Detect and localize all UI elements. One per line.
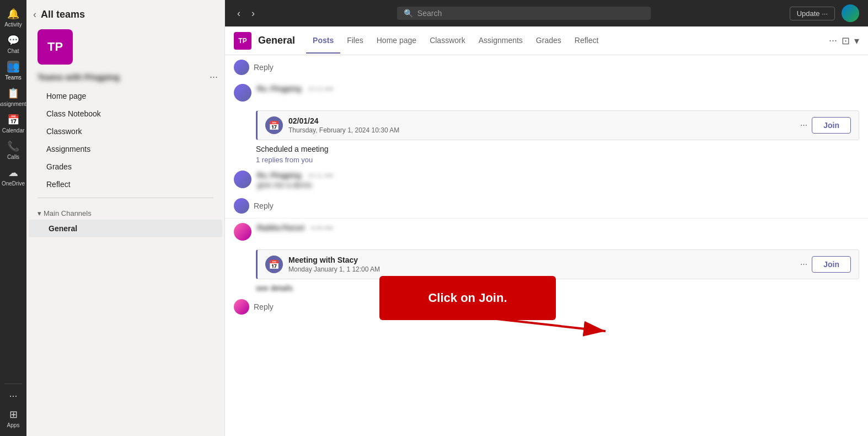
sidebar-item-apps[interactable]: ⊞ Apps — [0, 405, 26, 432]
msg-body-2: give me a demo — [257, 180, 859, 189]
sidebar-item-chat[interactable]: 💬 Chat — [0, 31, 26, 57]
scheduled-text: Scheduled a meeting — [256, 145, 859, 153]
channel-name: General — [258, 35, 295, 46]
teams-icon: 👥 — [7, 61, 19, 73]
nav-reflect[interactable]: Reflect — [26, 176, 224, 193]
channel-more-button[interactable]: ··· — [829, 35, 837, 46]
replies-link-1[interactable]: 1 replies from you — [256, 156, 859, 164]
tab-posts[interactable]: Posts — [306, 28, 340, 54]
reply-avatar-2 — [234, 198, 249, 214]
join-button-1[interactable]: Join — [812, 117, 851, 134]
reply-row-1: Reply — [225, 55, 868, 79]
avatar[interactable] — [842, 4, 859, 22]
meeting-full-date: Thursday, February 1, 2024 10:30 AM — [288, 126, 795, 134]
apps-icon: ⊞ — [7, 408, 19, 421]
sidebar-divider — [37, 198, 213, 198]
message-row-2: Ru. Pingping 10:11 AM give me a demo — [225, 166, 868, 194]
meeting-card-2: 📅 Meeting with Stacy Monday January 1, 1… — [256, 249, 859, 279]
forward-button[interactable]: › — [248, 6, 258, 22]
more-button[interactable]: ··· — [0, 386, 26, 405]
meeting-actions-2: ··· Join — [800, 256, 851, 273]
icon-bar-bottom: ··· ⊞ Apps — [0, 381, 26, 436]
chat-icon: 💬 — [7, 34, 19, 46]
sidebar-item-activity[interactable]: 🔔 Activity — [0, 4, 26, 31]
msg-time-2: 10:11 AM — [308, 172, 333, 179]
team-name-row: Teams with Pingping ··· — [26, 69, 224, 87]
view-toggle-button[interactable]: ⊡ — [842, 35, 850, 47]
reply-button-2[interactable]: Reply — [254, 201, 274, 210]
meeting-actions-1: ··· Join — [800, 117, 851, 134]
sidebar: ‹ All teams TP Teams with Pingping ··· H… — [26, 0, 225, 436]
posts-area: Reply Ru. Pingping 10:12 AM 📅 02/01/24 T… — [225, 55, 868, 436]
channel-general[interactable]: General — [29, 220, 222, 237]
reply-button-3[interactable]: Reply — [254, 302, 274, 311]
search-box[interactable]: 🔍 — [397, 7, 651, 20]
nav-grades[interactable]: Grades — [26, 158, 224, 176]
meeting-more-button-1[interactable]: ··· — [800, 120, 807, 130]
sidebar-item-assignments[interactable]: 📋 Assignments — [0, 84, 26, 110]
search-input[interactable] — [417, 9, 644, 18]
msg-author-3: Radika Paruvi — [257, 224, 304, 232]
message-row-1: Ru. Pingping 10:12 AM — [225, 79, 868, 106]
nav-classwork[interactable]: Classwork — [26, 123, 224, 140]
onedrive-icon: ☁ — [7, 167, 19, 179]
top-bar: ‹ › 🔍 Update ··· — [225, 0, 868, 26]
nav-assignments[interactable]: Assignments — [26, 140, 224, 158]
main-area: ‹ › 🔍 Update ··· TP General Posts Files … — [225, 0, 868, 436]
nav-class-notebook[interactable]: Class Notebook — [26, 105, 224, 123]
reply-button-1[interactable]: Reply — [254, 63, 274, 72]
meeting-info-1: 02/01/24 Thursday, February 1, 2024 10:3… — [288, 116, 795, 134]
tab-reflect[interactable]: Reflect — [568, 28, 606, 54]
msg-content-3: Radika Paruvi 6:09 AM — [257, 223, 859, 232]
icon-bar: 🔔 Activity 💬 Chat 👥 Teams 📋 Assignments … — [0, 0, 26, 436]
msg-time-3: 6:09 AM — [311, 225, 333, 231]
all-teams-back[interactable]: ‹ All teams — [26, 0, 224, 25]
separator — [4, 384, 22, 384]
join-button-2[interactable]: Join — [812, 256, 851, 273]
back-button[interactable]: ‹ — [234, 6, 244, 22]
reply-avatar-3 — [234, 299, 249, 315]
message-row-3: Radika Paruvi 6:09 AM — [225, 219, 868, 245]
assignments-icon: 📋 — [7, 87, 19, 99]
sidebar-item-calls[interactable]: 📞 Calls — [0, 137, 26, 163]
activity-icon: 🔔 — [7, 8, 19, 20]
tab-files[interactable]: Files — [340, 28, 370, 54]
channel-team-icon: TP — [234, 32, 251, 50]
search-icon: 🔍 — [404, 9, 413, 18]
team-name: Teams with Pingping — [37, 72, 120, 82]
meeting-info-2: Meeting with Stacy Monday January 1, 1 1… — [288, 256, 795, 273]
see-details-text: see details — [256, 284, 859, 293]
msg-avatar-1 — [234, 84, 251, 102]
chevron-down-icon: ▾ — [37, 209, 41, 217]
tab-homepage[interactable]: Home page — [370, 28, 423, 54]
tab-grades[interactable]: Grades — [529, 28, 568, 54]
channel-header-right: ··· ⊡ ▾ — [829, 35, 859, 47]
calendar-icon: 📅 — [7, 114, 19, 126]
channels-section[interactable]: ▾ Main Channels — [26, 203, 224, 220]
team-more-button[interactable]: ··· — [210, 71, 218, 83]
nav-controls: ‹ › — [234, 6, 258, 22]
meeting-time-2: Monday January 1, 1 12:00 AM — [288, 265, 795, 273]
reply-avatar-1 — [234, 60, 249, 75]
msg-time-1: 10:12 AM — [308, 86, 333, 92]
msg-content-1: Ru. Pingping 10:12 AM — [257, 84, 859, 93]
tab-assignments[interactable]: Assignments — [472, 28, 529, 54]
msg-content-2: Ru. Pingping 10:11 AM give me a demo — [257, 171, 859, 189]
expand-button[interactable]: ▾ — [854, 35, 859, 47]
meeting-more-button-2[interactable]: ··· — [800, 259, 807, 269]
back-icon: ‹ — [33, 9, 36, 20]
msg-avatar-2 — [234, 171, 251, 188]
meeting-title-2: Meeting with Stacy — [288, 256, 795, 264]
channel-tabs: Posts Files Home page Classwork Assignme… — [306, 28, 605, 54]
tab-classwork[interactable]: Classwork — [423, 28, 472, 54]
team-icon: TP — [37, 29, 73, 65]
sidebar-item-calendar[interactable]: 📅 Calendar — [0, 110, 26, 137]
sidebar-item-teams[interactable]: 👥 Teams — [0, 57, 26, 84]
meeting-date: 02/01/24 — [288, 116, 795, 125]
update-button[interactable]: Update ··· — [790, 7, 835, 20]
nav-homepage[interactable]: Home page — [26, 87, 224, 105]
sidebar-item-onedrive[interactable]: ☁ OneDrive — [0, 163, 26, 190]
calls-icon: 📞 — [7, 140, 19, 152]
top-bar-right: Update ··· — [790, 4, 859, 22]
more-icon: ··· — [7, 390, 19, 402]
